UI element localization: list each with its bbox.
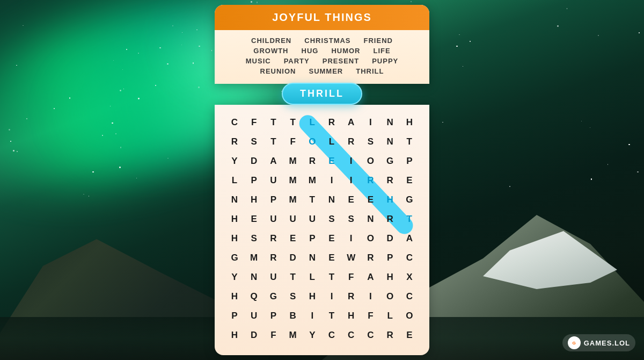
letter-cell[interactable]: D (284, 249, 302, 267)
letter-cell[interactable]: Q (245, 287, 263, 306)
letter-cell[interactable]: P (303, 229, 321, 248)
letter-cell[interactable]: E (361, 191, 379, 209)
word-item[interactable]: HUMOR (331, 47, 360, 55)
letter-grid[interactable]: CFTTLRAINHRSTFOLRSNTYDAMREIOGPLPUMMIIRRE… (225, 113, 419, 344)
letter-cell[interactable]: I (342, 171, 360, 190)
letter-cell[interactable]: I (342, 229, 360, 248)
letter-cell[interactable]: P (381, 249, 399, 267)
letter-cell[interactable]: R (381, 210, 399, 228)
letter-cell[interactable]: P (264, 307, 282, 325)
letter-cell[interactable]: H (303, 287, 321, 306)
word-item[interactable]: FRIEND (364, 37, 393, 45)
letter-cell[interactable]: M (284, 326, 302, 344)
letter-cell[interactable]: E (342, 191, 360, 209)
letter-cell[interactable]: Y (303, 326, 321, 344)
letter-cell[interactable]: F (361, 307, 379, 325)
word-item[interactable]: THRILL (356, 67, 384, 75)
letter-cell[interactable]: G (400, 191, 419, 209)
letter-cell[interactable]: B (284, 307, 302, 325)
word-item[interactable]: MUSIC (246, 57, 271, 65)
letter-cell[interactable]: N (323, 191, 341, 209)
letter-cell[interactable]: E (400, 326, 419, 344)
letter-cell[interactable]: I (361, 113, 379, 132)
letter-cell[interactable]: D (381, 229, 399, 248)
letter-cell[interactable]: T (264, 113, 282, 132)
word-item[interactable]: PRESENT (323, 57, 359, 65)
letter-cell[interactable]: X (400, 268, 419, 286)
letter-cell[interactable]: F (342, 268, 360, 286)
letter-cell[interactable]: E (400, 171, 419, 190)
letter-cell[interactable]: R (381, 171, 399, 190)
letter-cell[interactable]: D (245, 152, 263, 170)
letter-cell[interactable]: E (323, 152, 341, 170)
letter-cell[interactable]: H (225, 210, 244, 228)
letter-cell[interactable]: M (245, 249, 263, 267)
word-item[interactable]: PARTY (284, 57, 310, 65)
letter-cell[interactable]: G (381, 152, 399, 170)
letter-cell[interactable]: L (225, 171, 244, 190)
letter-cell[interactable]: I (323, 287, 341, 306)
letter-cell[interactable]: M (284, 171, 302, 190)
letter-cell[interactable]: T (323, 307, 341, 325)
letter-cell[interactable]: P (264, 191, 282, 209)
letter-cell[interactable]: A (264, 152, 282, 170)
word-item[interactable]: HUG (302, 47, 319, 55)
letter-cell[interactable]: A (361, 268, 379, 286)
letter-cell[interactable]: R (323, 113, 341, 132)
word-item[interactable]: PUPPY (372, 57, 398, 65)
word-item[interactable]: LIFE (374, 47, 391, 55)
letter-cell[interactable]: I (323, 171, 341, 190)
letter-cell[interactable]: M (284, 152, 302, 170)
letter-cell[interactable]: T (284, 268, 302, 286)
letter-cell[interactable]: H (381, 268, 399, 286)
letter-cell[interactable]: S (245, 133, 263, 151)
letter-cell[interactable]: T (400, 210, 419, 228)
letter-cell[interactable]: L (323, 133, 341, 151)
letter-cell[interactable]: S (361, 133, 379, 151)
letter-cell[interactable]: N (225, 191, 244, 209)
letter-cell[interactable]: M (303, 171, 321, 190)
letter-cell[interactable]: O (361, 152, 379, 170)
letter-cell[interactable]: U (264, 171, 282, 190)
letter-cell[interactable]: S (323, 210, 341, 228)
letter-cell[interactable]: C (361, 326, 379, 344)
letter-cell[interactable]: S (284, 287, 302, 306)
letter-cell[interactable]: N (303, 249, 321, 267)
letter-cell[interactable]: T (264, 133, 282, 151)
letter-cell[interactable]: H (400, 113, 419, 132)
letter-cell[interactable]: M (284, 191, 302, 209)
letter-cell[interactable]: L (381, 307, 399, 325)
letter-cell[interactable]: I (303, 307, 321, 325)
letter-cell[interactable]: N (245, 268, 263, 286)
letter-cell[interactable]: E (245, 210, 263, 228)
word-item[interactable]: CHRISTMAS (304, 37, 350, 45)
letter-cell[interactable]: A (342, 113, 360, 132)
letter-cell[interactable]: C (225, 113, 244, 132)
letter-cell[interactable]: L (303, 268, 321, 286)
letter-cell[interactable]: I (361, 287, 379, 306)
letter-cell[interactable]: R (225, 133, 244, 151)
letter-cell[interactable]: N (381, 133, 399, 151)
letter-cell[interactable]: H (225, 287, 244, 306)
letter-cell[interactable]: H (245, 191, 263, 209)
letter-cell[interactable]: C (323, 326, 341, 344)
letter-cell[interactable]: G (225, 249, 244, 267)
letter-cell[interactable]: R (361, 249, 379, 267)
letter-cell[interactable]: C (342, 326, 360, 344)
letter-cell[interactable]: O (303, 133, 321, 151)
letter-cell[interactable]: F (245, 113, 263, 132)
letter-cell[interactable]: Y (225, 152, 244, 170)
letter-cell[interactable]: T (323, 268, 341, 286)
letter-cell[interactable]: R (303, 152, 321, 170)
letter-cell[interactable]: P (245, 171, 263, 190)
letter-cell[interactable]: L (303, 113, 321, 132)
letter-cell[interactable]: O (400, 307, 419, 325)
letter-cell[interactable]: U (245, 307, 263, 325)
letter-cell[interactable]: E (323, 229, 341, 248)
letter-cell[interactable]: R (381, 326, 399, 344)
word-item[interactable]: GROWTH (253, 47, 288, 55)
letter-cell[interactable]: F (264, 326, 282, 344)
letter-cell[interactable]: W (342, 249, 360, 267)
word-item[interactable]: REUNION (260, 67, 296, 75)
letter-cell[interactable]: A (400, 229, 419, 248)
